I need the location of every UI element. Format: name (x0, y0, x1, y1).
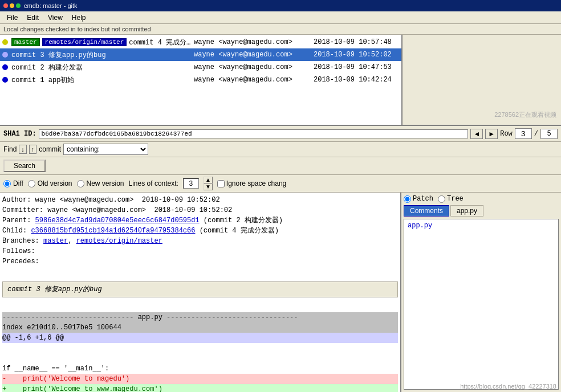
commit-msg-4: commit 1 app初始 (11, 75, 194, 85)
sha1-prev-btn[interactable]: ◄ (470, 129, 483, 139)
ignore-space-label: Ignore space chang (217, 179, 286, 187)
diff-committer-line: Committer: wayne <wayne@magedu.com> 2018… (2, 205, 398, 215)
tab-bar: Comments app.py (404, 205, 559, 217)
parent-hash-link[interactable]: 5986e38d4c7ad9da070804e5eec6c6847d0595d1 (35, 217, 200, 224)
context-up-btn[interactable]: ▲ (204, 177, 213, 183)
commit-dot-2 (2, 52, 8, 58)
newver-radio-group: New version (77, 179, 124, 187)
window-controls (3, 3, 21, 8)
diff-plus-line: + print('Welcome to www.magedu.com') (2, 384, 398, 392)
bottom-watermark: https://blog.csdn.net/qq_42227318 (460, 383, 556, 390)
patch-radio-group: Patch (404, 195, 433, 203)
sha1-input[interactable] (39, 129, 469, 138)
commit-author-1: wayne <wayne@magedu.com> (194, 38, 314, 46)
commit-dot-4 (2, 77, 8, 83)
commit-date-2: 2018-10-09 10:52:02 (314, 51, 399, 59)
sha1-row-current[interactable] (515, 128, 532, 139)
commit-row-2[interactable]: commit 3 修复app.py的bug wayne <wayne@maged… (0, 48, 401, 61)
diff-parent-line: Parent: 5986e38d4c7ad9da070804e5eec6c684… (2, 215, 398, 226)
options-bar: Diff Old version New version Lines of co… (0, 175, 561, 193)
commit-row-3[interactable]: commit 2 构建分发器 wayne <wayne@magedu.com> … (0, 61, 401, 74)
context-label: Lines of context: (129, 179, 178, 187)
find-label: Find (3, 145, 17, 153)
diff-child-line: Child: c3668815bfd951cb194a1d62540fa9479… (2, 226, 398, 236)
close-dot (3, 3, 8, 8)
child-hash-link[interactable]: c3668815bfd951cb194a1d62540fa94795384c66 (31, 227, 195, 235)
diff-separator-line: -------------------------------- app.py … (2, 312, 398, 322)
tag-master: master (11, 38, 40, 46)
search-row: Search (0, 157, 561, 175)
tree-radio-group: Tree (438, 195, 464, 203)
commit-author-4: wayne <wayne@magedu.com> (194, 76, 314, 84)
sha1-next-btn[interactable]: ► (485, 129, 498, 139)
diff-blank2 (2, 353, 398, 364)
commit-author-3: wayne <wayne@magedu.com> (194, 63, 314, 71)
commit-date-4: 2018-10-09 10:42:24 (314, 76, 399, 84)
find-bar: Find ↓ ↑ commit containing: touching pat… (0, 142, 561, 157)
commit-list: master remotes/origin/master commit 4 完成… (0, 35, 401, 125)
find-up-btn[interactable]: ↑ (29, 145, 37, 154)
newver-radio[interactable] (77, 180, 84, 187)
diff-radio-label: Diff (13, 179, 23, 187)
commit-msg-3: commit 2 构建分发器 (11, 63, 194, 72)
info-bar: Local changes checked in to index but no… (0, 24, 561, 35)
patch-radio[interactable] (404, 195, 411, 203)
find-select[interactable]: containing: touching paths: adding/remov… (63, 144, 148, 155)
tree-radio[interactable] (438, 195, 445, 203)
commit-dot-1 (2, 39, 8, 45)
commit-label-2: commit 3 修复app.py的bug (11, 50, 194, 60)
tab-apppy[interactable]: app.py (450, 205, 483, 217)
right-panel: 2278562正在观看视频 (401, 35, 561, 125)
diff-minus-line: - print('Welcome to magedu') (2, 374, 398, 384)
diff-branches-line: Branches: master, remotes/origin/master (2, 236, 398, 246)
commit-row-4[interactable]: commit 1 app初始 wayne <wayne@magedu.com> … (0, 74, 401, 86)
commit-row-1[interactable]: master remotes/origin/master commit 4 完成… (0, 36, 401, 48)
ignore-space-checkbox[interactable] (217, 180, 225, 187)
commit-label-1: master remotes/origin/master commit 4 完成… (11, 38, 194, 47)
sha1-row-label: Row (500, 130, 513, 138)
find-down-btn[interactable]: ↓ (19, 145, 27, 154)
file-panel: Patch Tree Comments app.py app.py (401, 193, 561, 392)
file-list: app.py (404, 219, 559, 390)
commit-area: master remotes/origin/master commit 4 完成… (0, 35, 561, 126)
commit-author-2: wayne <wayne@magedu.com> (194, 51, 314, 59)
context-spinner: ▲ ▼ (204, 177, 213, 190)
menu-file[interactable]: File (2, 13, 22, 23)
file-item-apppy[interactable]: app.py (405, 220, 557, 231)
menu-bar: File Edit View Help (0, 11, 561, 24)
commit-date-1: 2018-10-09 10:57:48 (314, 38, 399, 46)
menu-edit[interactable]: Edit (22, 13, 43, 23)
newver-radio-label: New version (87, 179, 124, 187)
search-button[interactable]: Search (3, 160, 46, 172)
diff-radio[interactable] (3, 180, 11, 187)
patch-label: Patch (413, 195, 433, 203)
patch-tree-bar: Patch Tree (404, 195, 559, 203)
context-input[interactable] (183, 178, 199, 189)
diff-if-line: if __name__ == '__main__': (2, 364, 398, 374)
tab-comments[interactable]: Comments (404, 205, 449, 217)
diff-follows-line: Follows: (2, 246, 398, 256)
content-split: Author: wayne <wayne@magedu.com> 2018-10… (0, 193, 561, 392)
commit-label-3: commit 2 构建分发器 (11, 63, 194, 72)
diff-precedes-line: Precedes: (2, 256, 398, 267)
diff-index-line: index e210d10..5017be5 100644 (2, 322, 398, 333)
ignore-space-text: Ignore space chang (226, 179, 286, 187)
diff-radio-group: Diff (3, 179, 23, 187)
title-bar: cmdb: master - gitk (0, 0, 561, 11)
main-container: Local changes checked in to index but no… (0, 24, 561, 392)
branch1-link[interactable]: master (43, 237, 68, 245)
diff-hunk-line: @@ -1,6 +1,6 @@ (2, 333, 398, 343)
commit-date-3: 2018-10-09 10:47:53 (314, 63, 399, 71)
tree-label: Tree (447, 195, 464, 203)
info-text: Local changes checked in to index but no… (3, 26, 151, 32)
branch2-link[interactable]: remotes/origin/master (76, 237, 162, 245)
oldver-radio[interactable] (28, 180, 35, 187)
diff-panel[interactable]: Author: wayne <wayne@magedu.com> 2018-10… (0, 193, 401, 392)
watermark1: 2278562正在观看视频 (494, 111, 556, 119)
commit-msg-2: commit 3 修复app.py的bug (11, 50, 194, 60)
menu-help[interactable]: Help (67, 13, 91, 23)
context-down-btn[interactable]: ▼ (204, 183, 213, 190)
sha1-label: SHA1 ID: (3, 130, 36, 138)
window-title: cmdb: master - gitk (24, 2, 78, 9)
menu-view[interactable]: View (43, 13, 67, 23)
